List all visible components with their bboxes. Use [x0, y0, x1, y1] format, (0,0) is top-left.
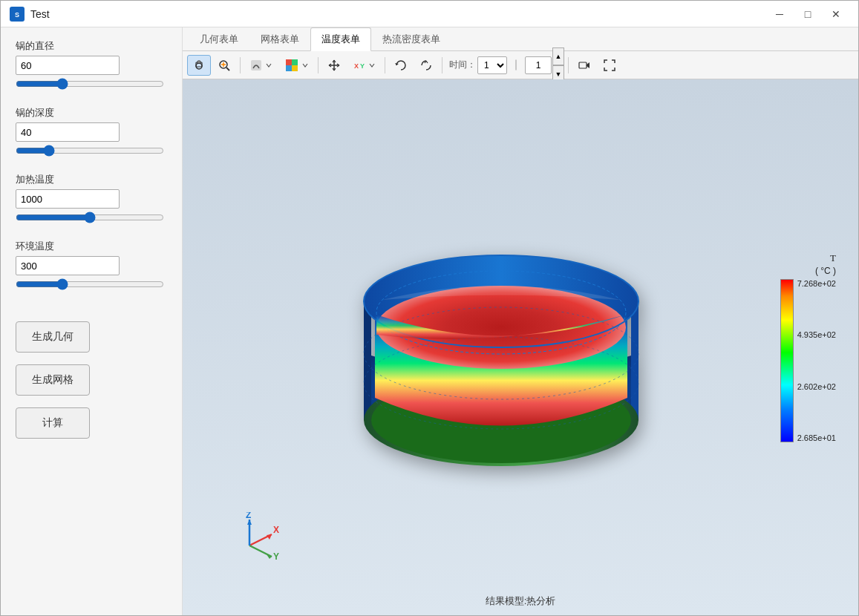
separator-4 [442, 57, 442, 73]
separator-3 [385, 57, 385, 73]
param-input-diameter[interactable] [16, 56, 120, 75]
dropdown-arrow-2-icon [301, 62, 309, 69]
param-label-depth: 锅的深度 [16, 106, 167, 119]
titlebar: S Test ─ □ ✕ [1, 1, 858, 27]
param-input-heat-temp[interactable] [16, 189, 120, 209]
generate-mesh-button[interactable]: 生成网格 [16, 364, 90, 396]
param-slider-env-temp[interactable] [16, 278, 164, 290]
tab-geometry[interactable]: 几何表单 [189, 27, 249, 50]
surface-button[interactable] [244, 55, 278, 76]
model-status: 结果模型:热分析 [486, 595, 556, 606]
svg-text:X: X [354, 62, 359, 70]
colormap-button[interactable] [279, 55, 314, 76]
left-panel: 锅的直径 锅的深度 加热温度 环境温度 [1, 27, 183, 615]
svg-rect-11 [292, 59, 298, 65]
cube-icon [284, 58, 299, 73]
param-label-env-temp: 环境温度 [16, 240, 167, 253]
axis-indicator: X Y Z [220, 512, 279, 574]
separator-2 [318, 57, 319, 73]
svg-text:Y: Y [360, 62, 365, 70]
svg-text:X: X [273, 525, 279, 535]
param-slider-heat-temp[interactable] [16, 212, 164, 223]
camera-icon [192, 59, 206, 72]
svg-line-6 [226, 68, 229, 71]
time-select[interactable]: 1 [477, 56, 507, 74]
param-slider-diameter[interactable] [16, 78, 164, 90]
3d-shape [308, 205, 694, 490]
svg-rect-12 [286, 65, 292, 71]
record-icon [578, 59, 591, 72]
param-group-env-temp: 环境温度 [16, 240, 167, 293]
param-slider-depth[interactable] [16, 145, 164, 157]
bowl-visualization [308, 205, 694, 487]
param-group-depth: 锅的深度 [16, 106, 167, 160]
main-content: 锅的直径 锅的深度 加热温度 环境温度 [1, 27, 858, 615]
svg-rect-16 [579, 62, 587, 68]
button-group: 生成几何 生成网格 计算 [16, 321, 167, 439]
tabs-bar: 几何表单 网格表单 温度表单 热流密度表单 [183, 27, 858, 51]
tab-mesh[interactable]: 网格表单 [249, 27, 310, 50]
colorbar-title: T [830, 252, 836, 264]
dropdown-arrow-3-icon [368, 62, 376, 69]
tab-temperature[interactable]: 温度表单 [310, 27, 371, 51]
rotate-button[interactable]: X Y [347, 55, 381, 76]
param-input-env-temp[interactable] [16, 256, 120, 275]
right-panel: 几何表单 网格表单 温度表单 热流密度表单 [183, 27, 858, 615]
svg-text:Y: Y [273, 551, 279, 562]
colorbar-max-label: 7.268e+02 [797, 279, 836, 288]
svg-text:Z: Z [246, 512, 251, 520]
svg-line-29 [249, 545, 272, 557]
camera-button[interactable] [187, 55, 211, 76]
minimize-button[interactable]: ─ [766, 4, 793, 24]
axis-svg: X Y Z [220, 512, 279, 571]
fullscreen-icon [603, 59, 616, 72]
fit-view-button[interactable] [414, 55, 438, 76]
fit-icon [419, 59, 433, 72]
reset-view-button[interactable] [389, 55, 413, 76]
param-input-depth[interactable] [16, 122, 120, 142]
time-label: 时间： [449, 59, 476, 71]
colorbar-mid-label: 2.602e+02 [797, 382, 836, 391]
window-controls: ─ □ ✕ [766, 4, 849, 24]
colorbar-mid-upper-label: 4.935e+02 [797, 330, 836, 339]
step-up-button[interactable]: ▲ [552, 47, 564, 65]
fullscreen-button[interactable] [598, 55, 621, 76]
viewport: T ( °C ) 7.268e+02 4.935e+02 2.602e+02 2… [183, 79, 858, 615]
separator-1 [240, 57, 241, 73]
param-label-heat-temp: 加热温度 [16, 173, 167, 186]
svg-rect-13 [292, 65, 298, 71]
generate-geometry-button[interactable]: 生成几何 [16, 321, 90, 353]
calculate-button[interactable]: 计算 [16, 407, 90, 439]
tab-heatflux[interactable]: 热流密度表单 [371, 27, 451, 50]
zoom-icon [218, 59, 231, 72]
dropdown-arrow-icon [265, 62, 272, 69]
zoom-button[interactable] [212, 55, 236, 76]
svg-rect-4 [197, 61, 200, 63]
colorbar-min-label: 2.685e+01 [797, 433, 836, 442]
rotate-icon: X Y [353, 59, 366, 72]
svg-rect-10 [286, 59, 292, 65]
step-spinner: ▲ ▼ [525, 47, 564, 83]
svg-text:S: S [15, 11, 19, 19]
step-input[interactable] [525, 56, 552, 74]
app-icon: S [10, 7, 25, 22]
colorbar-labels: 7.268e+02 4.935e+02 2.602e+02 2.685e+01 [794, 279, 836, 442]
reset-icon [394, 59, 408, 72]
close-button[interactable]: ✕ [823, 4, 849, 24]
pan-button[interactable] [322, 55, 346, 76]
svg-point-2 [196, 63, 202, 69]
record-button[interactable] [572, 55, 596, 76]
surface-icon [249, 59, 263, 72]
colorbar-gradient [780, 279, 794, 442]
time-separator [516, 60, 517, 71]
svg-marker-33 [247, 520, 252, 525]
pan-icon [327, 59, 341, 72]
window-title: Test [30, 8, 766, 20]
param-group-heat-temp: 加热温度 [16, 173, 167, 226]
maximize-button[interactable]: □ [794, 4, 821, 24]
colorbar-unit: ( °C ) [815, 266, 836, 276]
colorbar-body: 7.268e+02 4.935e+02 2.602e+02 2.685e+01 [780, 279, 836, 442]
param-group-diameter: 锅的直径 [16, 39, 167, 93]
param-label-diameter: 锅的直径 [16, 39, 167, 53]
status-bar: 结果模型:热分析 [486, 594, 556, 608]
